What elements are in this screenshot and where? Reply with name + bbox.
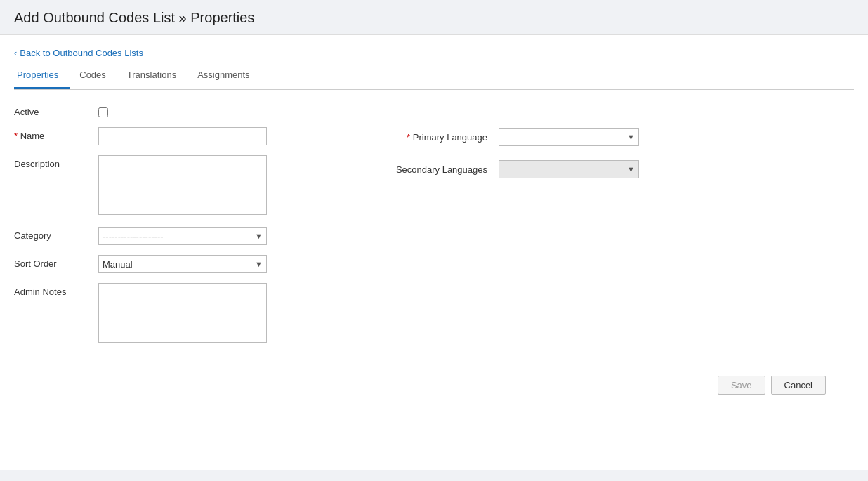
back-arrow-icon: ‹: [14, 48, 17, 58]
sort-order-row: Sort Order Manual ▼: [14, 255, 337, 273]
tab-assignments[interactable]: Assignments: [195, 64, 261, 89]
description-row: Description: [14, 155, 337, 217]
admin-notes-row: Admin Notes: [14, 283, 337, 345]
buttons-row: Save Cancel: [14, 376, 854, 395]
active-label: Active: [14, 107, 98, 117]
name-control: [98, 127, 337, 145]
description-label: Description: [14, 155, 98, 169]
form-section: Active Name Description: [14, 107, 854, 355]
primary-language-row: Primary Language ▼: [379, 128, 702, 146]
name-input[interactable]: [98, 127, 267, 145]
category-control: -------------------- ▼: [98, 227, 337, 245]
secondary-languages-row: Secondary Languages ▼: [379, 160, 702, 178]
name-label: Name: [14, 127, 98, 141]
page-header: Add Outbound Codes List » Properties: [0, 0, 868, 35]
page-content: ‹ Back to Outbound Codes Lists Propertie…: [0, 35, 868, 470]
form-right: Primary Language ▼ Secondary Languages ▼: [379, 107, 702, 355]
admin-notes-control: [98, 283, 337, 345]
form-left: Active Name Description: [14, 107, 337, 355]
category-row: Category -------------------- ▼: [14, 227, 337, 245]
secondary-languages-select[interactable]: [499, 160, 639, 178]
back-link-text: Back to Outbound Codes Lists: [20, 48, 143, 58]
category-select[interactable]: --------------------: [98, 227, 267, 245]
tabs-row: Properties Codes Translations Assignment…: [14, 64, 854, 90]
primary-language-select-wrap: ▼: [499, 128, 639, 146]
description-control: [98, 155, 337, 217]
sort-order-select[interactable]: Manual: [98, 255, 267, 273]
tab-properties[interactable]: Properties: [14, 64, 70, 89]
admin-notes-label: Admin Notes: [14, 283, 98, 297]
sort-order-label: Sort Order: [14, 255, 98, 269]
back-link-row: ‹ Back to Outbound Codes Lists: [14, 35, 854, 64]
name-row: Name: [14, 127, 337, 145]
category-label: Category: [14, 227, 98, 241]
active-row: Active: [14, 107, 337, 117]
sort-order-select-wrap: Manual ▼: [98, 255, 267, 273]
primary-language-select[interactable]: [499, 128, 639, 146]
back-link[interactable]: ‹ Back to Outbound Codes Lists: [14, 48, 143, 58]
primary-language-label: Primary Language: [379, 132, 499, 143]
tab-translations[interactable]: Translations: [124, 64, 188, 89]
admin-notes-textarea[interactable]: [98, 283, 267, 343]
sort-order-control: Manual ▼: [98, 255, 337, 273]
secondary-languages-label: Secondary Languages: [379, 164, 499, 175]
category-select-wrap: -------------------- ▼: [98, 227, 267, 245]
page-title: Add Outbound Codes List » Properties: [14, 10, 854, 26]
secondary-languages-select-wrap: ▼: [499, 160, 639, 178]
tab-codes[interactable]: Codes: [77, 64, 117, 89]
description-textarea[interactable]: [98, 155, 267, 215]
cancel-button[interactable]: Cancel: [771, 376, 826, 395]
save-button[interactable]: Save: [718, 376, 765, 395]
active-checkbox[interactable]: [98, 107, 108, 117]
